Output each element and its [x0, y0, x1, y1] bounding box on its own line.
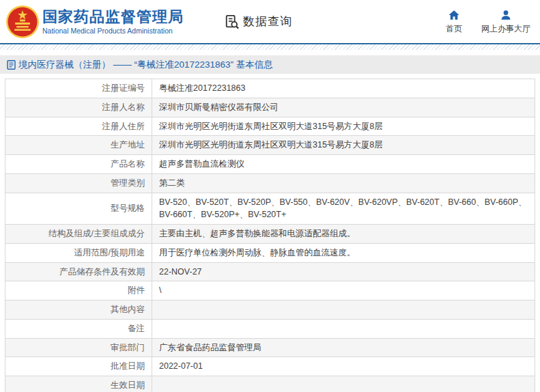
row-label: 注册人名称	[5, 98, 152, 117]
data-query-icon	[225, 14, 240, 29]
row-value: 用于医疗单位检测外周动脉、静脉血管的血流速度。	[152, 243, 535, 262]
hatch-strip	[0, 44, 540, 50]
row-value: BV-520、BV-520T、BV-520P、BV-550、BV-620V、BV…	[152, 193, 535, 225]
table-row: 注册人名称深圳市贝斯曼精密仪器有限公司	[5, 98, 535, 117]
table-row: 管理类别第二类	[5, 173, 535, 193]
nav-home-label: 首页	[446, 23, 462, 35]
nav-online-hall-label: 网上办事大厅	[481, 23, 530, 35]
row-label: 产品名称	[5, 155, 152, 174]
row-value: 主要由主机、超声多普勒换能器和电源适配器组成。	[152, 225, 535, 244]
row-label: 批准日期	[5, 357, 152, 376]
row-value: 深圳市贝斯曼精密仪器有限公司	[152, 98, 535, 117]
row-value	[152, 300, 535, 320]
row-value	[152, 376, 535, 392]
table-row: 适用范围/预期用途用于医疗单位检测外周动脉、静脉血管的血流速度。	[5, 243, 535, 262]
row-label: 结构及组成/主要组成成分	[5, 225, 152, 244]
row-value: 2022-07-01	[152, 357, 535, 376]
row-value: 22-NOV-27	[152, 262, 535, 281]
document-icon	[7, 60, 16, 70]
table-row: 备注	[5, 319, 535, 338]
row-label: 生产地址	[5, 136, 152, 155]
row-value: 深圳市光明区光明街道东周社区双明大道315号易方大厦8层	[152, 136, 535, 155]
row-label: 注册证编号	[5, 79, 152, 98]
table-row: 审批部门广东省食品药品监督管理局	[5, 338, 535, 357]
header-nav: 首页 网上办事大厅	[446, 9, 530, 35]
row-value	[152, 319, 535, 338]
home-icon	[448, 9, 460, 21]
brand-block: 国家药品监督管理局 National Medical Products Admi…	[42, 8, 184, 35]
page-title: 境内医疗器械（注册） —— “粤械注准20172231863” 基本信息	[18, 59, 273, 71]
table-row: 型号规格BV-520、BV-520T、BV-520P、BV-550、BV-620…	[5, 193, 535, 225]
row-label: 注册人住所	[5, 117, 152, 136]
row-label: 产品储存条件及有效期	[5, 262, 152, 281]
site-subtitle: National Medical Products Administration	[42, 27, 184, 35]
table-row: 注册人住所深圳市光明区光明街道东周社区双明大道315号易方大厦8层	[5, 117, 535, 136]
table-row: 生效日期	[5, 376, 535, 392]
row-value: 超声多普勒血流检测仪	[152, 155, 535, 174]
registration-info-table: 注册证编号粤械注准20172231863注册人名称深圳市贝斯曼精密仪器有限公司注…	[5, 79, 535, 392]
row-value: 广东省食品药品监督管理局	[152, 338, 535, 357]
row-label: 备注	[5, 319, 152, 338]
table-row: 其他内容	[5, 300, 535, 320]
row-value: 第二类	[152, 173, 535, 193]
row-value: 粤械注准20172231863	[152, 79, 535, 98]
row-label: 适用范围/预期用途	[5, 243, 152, 262]
table-row: 注册证编号粤械注准20172231863	[5, 79, 535, 98]
data-query-tab[interactable]: 数据查询	[225, 14, 292, 29]
row-value: 深圳市光明区光明街道东周社区双明大道315号易方大厦8层	[152, 117, 535, 136]
table-row: 产品储存条件及有效期22-NOV-27	[5, 262, 535, 281]
national-emblem-logo	[5, 5, 40, 39]
table-row: 批准日期2022-07-01	[5, 357, 535, 376]
nav-home[interactable]: 首页	[446, 9, 462, 35]
row-label: 附件	[5, 281, 152, 300]
nav-online-hall[interactable]: 网上办事大厅	[481, 9, 530, 35]
spacer	[0, 50, 540, 55]
site-header: 国家药品监督管理局 National Medical Products Admi…	[0, 0, 540, 43]
row-label: 其他内容	[5, 300, 152, 320]
table-row: 结构及组成/主要组成成分主要由主机、超声多普勒换能器和电源适配器组成。	[5, 225, 535, 244]
table-row: 生产地址深圳市光明区光明街道东周社区双明大道315号易方大厦8层	[5, 136, 535, 155]
user-icon	[500, 9, 512, 21]
row-value: \	[152, 281, 535, 300]
breadcrumb: 境内医疗器械（注册） —— “粤械注准20172231863” 基本信息	[0, 55, 540, 74]
table-row: 附件\	[5, 281, 535, 300]
row-label: 管理类别	[5, 173, 152, 193]
row-label: 审批部门	[5, 338, 152, 357]
row-label: 生效日期	[5, 376, 152, 392]
data-query-label: 数据查询	[243, 14, 292, 29]
table-row: 产品名称超声多普勒血流检测仪	[5, 155, 535, 174]
row-label: 型号规格	[5, 193, 152, 225]
site-title: 国家药品监督管理局	[42, 8, 184, 25]
info-table-body: 注册证编号粤械注准20172231863注册人名称深圳市贝斯曼精密仪器有限公司注…	[5, 79, 535, 392]
